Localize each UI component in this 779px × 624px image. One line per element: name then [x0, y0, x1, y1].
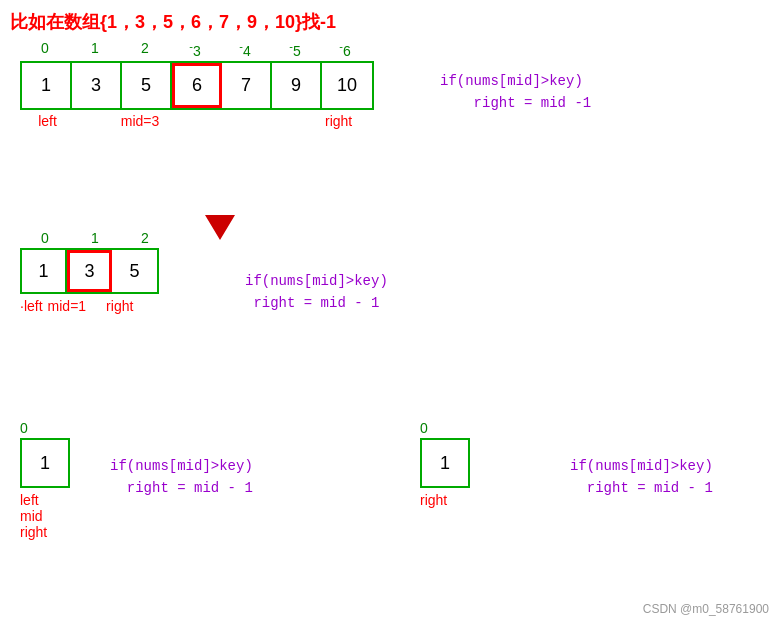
label-left-1: left [20, 113, 75, 129]
watermark: CSDN @m0_58761900 [643, 602, 769, 616]
s2-label-mid: mid=1 [48, 298, 87, 314]
svg-marker-0 [205, 175, 235, 240]
section3-right: 0 1 right [420, 420, 470, 508]
s2-cell-0: 1 [22, 250, 67, 292]
page-title: 比如在数组{1，3，5，6，7，9，10}找-1 [10, 10, 769, 34]
s3l-idx: 0 [20, 420, 70, 436]
s2-cell-2: 5 [112, 250, 157, 292]
idx-2: 2 [120, 40, 170, 59]
code-s3l-line1: if(nums[mid]>key) [110, 455, 253, 477]
s3l-label-right: right [20, 524, 70, 540]
label-right-1: right [325, 113, 352, 129]
code-s3r-line1: if(nums[mid]>key) [570, 455, 713, 477]
cell-2: 5 [122, 63, 172, 108]
section2: 0 1 2 1 3 5 ·left mid=1 right [20, 230, 170, 314]
code-s1-line1: if(nums[mid]>key) [440, 70, 591, 92]
label-mid-1: mid=3 [75, 113, 205, 129]
s2-cell-1-highlight: 3 [67, 250, 112, 292]
code-s1-line2: right = mid -1 [440, 92, 591, 114]
s2-idx-0: 0 [20, 230, 70, 246]
cell-3-highlight: 6 [172, 63, 222, 108]
code-section1: if(nums[mid]>key) right = mid -1 [440, 70, 591, 115]
indices-row-1: 0 1 2 -3 -4 -5 -6 [20, 40, 374, 59]
idx-6: -6 [320, 40, 370, 59]
cell-4: 7 [222, 63, 272, 108]
cell-6: 10 [322, 63, 372, 108]
s2-idx-2: 2 [120, 230, 170, 246]
array-box-1: 1 3 5 6 7 9 10 [20, 61, 374, 110]
s2-label-left: ·left [20, 298, 43, 314]
s3l-labels: left mid right [20, 492, 70, 540]
code-s2-line2: right = mid - 1 [245, 292, 388, 314]
code-s2-line1: if(nums[mid]>key) [245, 270, 388, 292]
section1-labels: left mid=3 right [20, 113, 374, 129]
arrow-down [200, 175, 240, 252]
main-container: 比如在数组{1，3，5，6，7，9，10}找-1 0 1 2 -3 -4 -5 … [0, 0, 779, 624]
s3l-cell: 1 [20, 438, 70, 488]
code-section3-right: if(nums[mid]>key) right = mid - 1 [570, 455, 713, 500]
s3r-label-right: right [420, 492, 470, 508]
cell-0: 1 [22, 63, 72, 108]
idx-4: -4 [220, 40, 270, 59]
s3r-labels: right [420, 492, 470, 508]
s2-idx-1: 1 [70, 230, 120, 246]
code-s3l-line2: right = mid - 1 [110, 477, 253, 499]
s2-label-right: right [106, 298, 133, 314]
idx-3: -3 [170, 40, 220, 59]
section2-labels: ·left mid=1 right [20, 298, 170, 314]
indices-row-2: 0 1 2 [20, 230, 170, 246]
idx-0: 0 [20, 40, 70, 59]
code-section2: if(nums[mid]>key) right = mid - 1 [245, 270, 388, 315]
section1: 0 1 2 -3 -4 -5 -6 1 3 5 6 7 9 10 left mi… [20, 40, 374, 129]
s3r-cell: 1 [420, 438, 470, 488]
s3l-label-mid: mid [20, 508, 70, 524]
cell-1: 3 [72, 63, 122, 108]
code-section3-left: if(nums[mid]>key) right = mid - 1 [110, 455, 253, 500]
array-box-2: 1 3 5 [20, 248, 159, 294]
code-s3r-line2: right = mid - 1 [570, 477, 713, 499]
idx-1: 1 [70, 40, 120, 59]
cell-5: 9 [272, 63, 322, 108]
s3l-label-left: left [20, 492, 70, 508]
idx-5: -5 [270, 40, 320, 59]
s3r-idx: 0 [420, 420, 470, 436]
section3-left: 0 1 left mid right [20, 420, 70, 540]
